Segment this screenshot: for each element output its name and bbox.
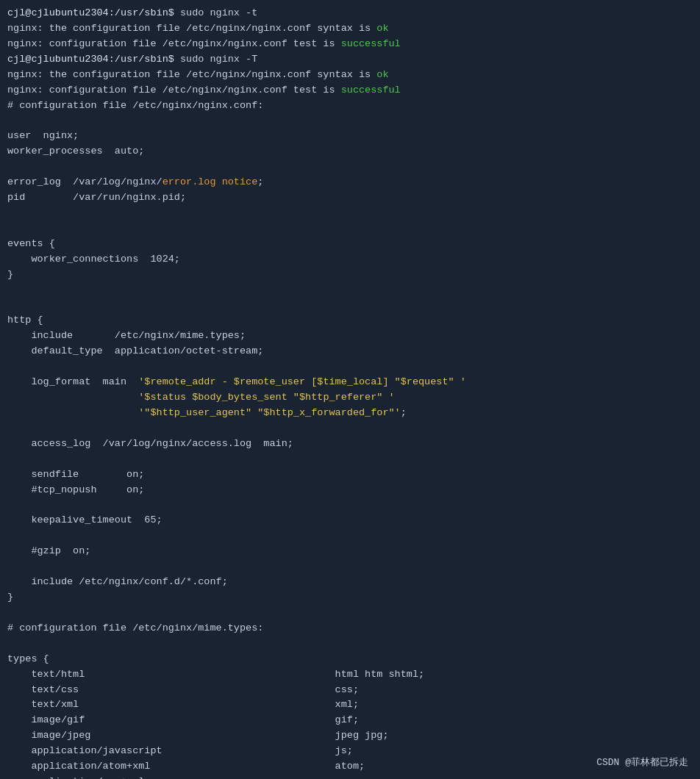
line-worker: worker_processes auto; [7, 144, 693, 159]
line-http-close: } [7, 590, 693, 606]
line-1: cjl@cjlubuntu2304:/usr/sbin$ sudo nginx … [7, 6, 693, 21]
line-user: user nginx; [7, 129, 693, 144]
line-2: nginx: the configuration file /etc/nginx… [7, 21, 693, 37]
line-3: nginx: configuration file /etc/nginx/ngi… [7, 37, 693, 52]
line-blank-4 [7, 221, 693, 237]
line-blank-13 [7, 606, 693, 621]
line-gzip: #gzip on; [7, 544, 693, 559]
line-sendfile: sendfile on; [7, 467, 693, 483]
line-accesslog: access_log /var/log/nginx/access.log mai… [7, 437, 693, 452]
mime-text-html: text/html html htm shtml; [7, 667, 693, 683]
mime-text-xml: text/xml xml; [7, 697, 693, 713]
line-blank-9 [7, 452, 693, 467]
line-7: # configuration file /etc/nginx/nginx.co… [7, 98, 693, 114]
mime-image-jpeg: image/jpeg jpeg jpg; [7, 728, 693, 744]
line-blank-5 [7, 283, 693, 298]
line-tcpnopush: #tcp_nopush on; [7, 483, 693, 498]
line-types-open: types { [7, 652, 693, 667]
line-blank-11 [7, 528, 693, 544]
mime-text-css: text/css css; [7, 683, 693, 698]
line-keepalive: keepalive_timeout 65; [7, 513, 693, 528]
line-logformat-1: log_format main '$remote_addr - $remote_… [7, 375, 693, 390]
line-errorlog: error_log /var/log/nginx/error.log notic… [7, 175, 693, 190]
mime-app-atom: application/atom+xml atom; [7, 759, 693, 775]
mime-app-js: application/javascript js; [7, 744, 693, 759]
line-5: nginx: the configuration file /etc/nginx… [7, 68, 693, 83]
mime-image-gif: image/gif gif; [7, 713, 693, 728]
line-events-close: } [7, 268, 693, 283]
line-default-type: default_type application/octet-stream; [7, 344, 693, 359]
line-blank-3 [7, 206, 693, 221]
line-worker-conn: worker_connections 1024; [7, 252, 693, 268]
terminal: cjl@cjlubuntu2304:/usr/sbin$ sudo nginx … [7, 6, 693, 779]
mime-app-rss: application/rss+xml rss; [7, 775, 693, 779]
line-logformat-3: '"$http_user_agent" "$http_x_forwarded_f… [7, 406, 693, 421]
line-mime-comment: # configuration file /etc/nginx/mime.typ… [7, 621, 693, 636]
line-logformat-2: '$status $body_bytes_sent "$http_referer… [7, 390, 693, 406]
line-pid: pid /var/run/nginx.pid; [7, 190, 693, 206]
line-events: events { [7, 237, 693, 252]
line-blank-6 [7, 298, 693, 314]
line-include-confd: include /etc/nginx/conf.d/*.conf; [7, 575, 693, 590]
line-blank-14 [7, 636, 693, 652]
line-blank-10 [7, 498, 693, 514]
line-blank-2 [7, 159, 693, 175]
line-blank-8 [7, 421, 693, 437]
line-include-mime: include /etc/nginx/mime.types; [7, 329, 693, 344]
line-blank-7 [7, 359, 693, 375]
line-http: http { [7, 313, 693, 329]
line-6: nginx: configuration file /etc/nginx/ngi… [7, 83, 693, 98]
line-blank-1 [7, 113, 693, 129]
line-blank-12 [7, 559, 693, 575]
line-4: cjl@cjlubuntu2304:/usr/sbin$ sudo nginx … [7, 52, 693, 68]
watermark: CSDN @菲林都已拆走 [596, 755, 688, 770]
